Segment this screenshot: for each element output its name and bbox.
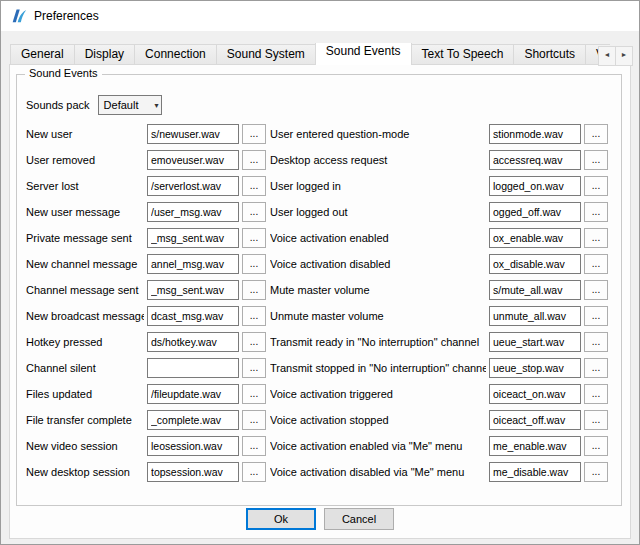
browse-button[interactable]: ... [242,436,266,456]
browse-button[interactable]: ... [242,384,266,404]
sound-event-row: User logged out... [270,199,608,225]
sound-event-label: New channel message [26,258,144,270]
sound-file-input[interactable] [147,254,239,274]
sound-event-row: File transfer complete... [26,407,266,433]
sound-event-row: New channel message... [26,251,266,277]
tab-scroll-right-icon[interactable]: ► [615,46,633,66]
dialog-footer: Ok Cancel [10,508,630,530]
browse-button[interactable]: ... [584,150,608,170]
sound-file-input[interactable] [489,384,581,404]
sound-file-input[interactable] [489,358,581,378]
sound-event-row: Files updated... [26,381,266,407]
sound-event-label: Hotkey pressed [26,336,144,348]
sound-event-label: Desktop access request [270,154,486,166]
sound-event-label: New desktop session [26,466,144,478]
tab-sound-events[interactable]: Sound Events [315,43,412,65]
ok-button[interactable]: Ok [246,508,316,530]
sound-file-input[interactable] [489,150,581,170]
sound-file-input[interactable] [147,306,239,326]
sound-file-input[interactable] [489,332,581,352]
sound-file-input[interactable] [489,254,581,274]
sound-event-row: Channel message sent... [26,277,266,303]
sound-file-input[interactable] [147,228,239,248]
browse-button[interactable]: ... [242,332,266,352]
tab-text-to-speech[interactable]: Text To Speech [411,44,515,65]
sound-file-input[interactable] [147,332,239,352]
sound-file-input[interactable] [147,280,239,300]
sound-event-row: Private message sent... [26,225,266,251]
cancel-button[interactable]: Cancel [324,508,394,530]
browse-button[interactable]: ... [584,462,608,482]
sound-event-label: Voice activation disabled via "Me" menu [270,466,486,478]
sound-file-input[interactable] [489,436,581,456]
app-icon [10,8,27,25]
tab-sound-system[interactable]: Sound System [216,44,316,65]
sound-event-row: New desktop session... [26,459,266,485]
browse-button[interactable]: ... [242,202,266,222]
browse-button[interactable]: ... [242,358,266,378]
sound-event-label: Voice activation stopped [270,414,486,426]
browse-button[interactable]: ... [584,176,608,196]
sound-event-row: Voice activation enabled... [270,225,608,251]
browse-button[interactable]: ... [584,254,608,274]
sound-file-input[interactable] [147,202,239,222]
browse-button[interactable]: ... [584,202,608,222]
sound-file-input[interactable] [489,202,581,222]
sound-file-input[interactable] [147,384,239,404]
browse-button[interactable]: ... [584,332,608,352]
tab-scroll-left-icon[interactable]: ◄ [598,46,616,66]
sound-event-label: Voice activation disabled [270,258,486,270]
browse-button[interactable]: ... [242,306,266,326]
browse-button[interactable]: ... [584,410,608,430]
sound-file-input[interactable] [489,176,581,196]
sound-event-row: Server lost... [26,173,266,199]
sound-file-input[interactable] [489,124,581,144]
browse-button[interactable]: ... [584,436,608,456]
sound-event-label: Voice activation enabled [270,232,486,244]
browse-button[interactable]: ... [242,176,266,196]
browse-button[interactable]: ... [584,384,608,404]
browse-button[interactable]: ... [584,228,608,248]
sound-event-label: Server lost [26,180,144,192]
sound-file-input[interactable] [489,410,581,430]
browse-button[interactable]: ... [242,462,266,482]
browse-button[interactable]: ... [242,280,266,300]
sound-event-row: Voice activation enabled via "Me" menu..… [270,433,608,459]
sound-events-column-right: User entered question-mode...Desktop acc… [270,121,608,485]
browse-button[interactable]: ... [584,280,608,300]
tab-connection[interactable]: Connection [134,44,217,65]
sound-file-input[interactable] [147,124,239,144]
sounds-pack-row: Sounds pack Default ▾ [26,95,162,115]
sound-file-input[interactable] [489,462,581,482]
browse-button[interactable]: ... [584,358,608,378]
sound-file-input[interactable] [489,306,581,326]
sound-file-input[interactable] [147,436,239,456]
sound-file-input[interactable] [147,150,239,170]
browse-button[interactable]: ... [242,254,266,274]
sound-event-label: Files updated [26,388,144,400]
sound-event-label: User logged out [270,206,486,218]
browse-button[interactable]: ... [242,124,266,144]
sound-event-label: Unmute master volume [270,310,486,322]
tab-general[interactable]: General [10,44,75,65]
sound-event-label: New user [26,128,144,140]
browse-button[interactable]: ... [584,306,608,326]
sound-events-column-left: New user...User removed...Server lost...… [26,121,266,485]
sound-event-row: Channel silent... [26,355,266,381]
tab-bar: GeneralDisplayConnectionSound SystemSoun… [10,43,610,65]
sound-file-input[interactable] [489,228,581,248]
sound-event-label: File transfer complete [26,414,144,426]
sound-file-input[interactable] [489,280,581,300]
sound-file-input[interactable] [147,410,239,430]
sound-event-row: Voice activation triggered... [270,381,608,407]
browse-button[interactable]: ... [242,410,266,430]
tab-display[interactable]: Display [74,44,135,65]
sound-file-input[interactable] [147,462,239,482]
browse-button[interactable]: ... [242,150,266,170]
browse-button[interactable]: ... [242,228,266,248]
tab-shortcuts[interactable]: Shortcuts [513,44,586,65]
sound-file-input[interactable] [147,358,239,378]
browse-button[interactable]: ... [584,124,608,144]
sound-file-input[interactable] [147,176,239,196]
sounds-pack-combobox[interactable]: Default ▾ [98,95,162,115]
